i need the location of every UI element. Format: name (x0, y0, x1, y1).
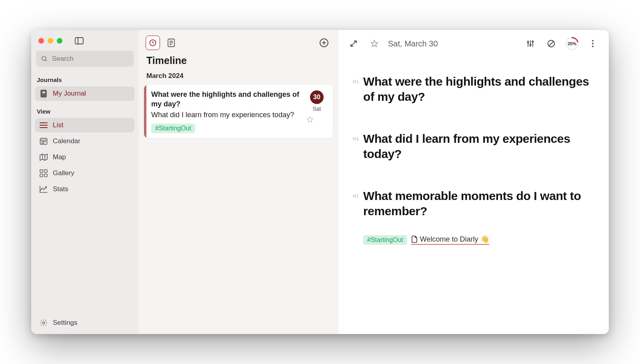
notes-view-button[interactable] (164, 36, 178, 50)
entry-meta: 30 Sat (306, 90, 327, 133)
sidebar-item-label: Gallery (53, 169, 74, 177)
heading-marker-icon: H1 (353, 136, 360, 142)
timeline-panel: Timeline March 2024 What were the highli… (138, 30, 338, 334)
entry-subtitle: What did I learn from my experiences tod… (151, 110, 306, 120)
favorite-button[interactable] (367, 36, 382, 51)
stats-icon (39, 186, 48, 193)
timeline-toolbar (138, 30, 338, 52)
sidebar-item-label: My Journal (53, 90, 86, 98)
svg-marker-38 (371, 40, 378, 47)
journals-section-label: Journals (31, 70, 138, 86)
svg-rect-23 (44, 174, 47, 177)
timeline-heading: Timeline (138, 52, 338, 68)
map-icon (39, 154, 48, 161)
prompt-heading-1: H1 What were the highlights and challeng… (353, 74, 597, 105)
toggle-sidebar-icon[interactable] (75, 37, 84, 44)
sidebar-item-label: List (53, 121, 63, 129)
document-icon (411, 236, 418, 243)
editor-panel: Sat, March 30 20% H1 What were the highl… (338, 30, 609, 334)
timeline-view-button[interactable] (146, 36, 160, 50)
svg-marker-35 (307, 117, 313, 122)
welcome-link[interactable]: Welcome to Diarly 👋 (411, 235, 489, 245)
editor-tag[interactable]: #StartingOut (363, 235, 407, 245)
svg-point-50 (592, 43, 594, 44)
journal-icon (39, 90, 48, 98)
minimize-window-button[interactable] (48, 38, 53, 44)
customize-button[interactable] (523, 36, 538, 51)
heading-marker-icon: H1 (353, 193, 360, 199)
svg-point-42 (528, 42, 529, 43)
search-input[interactable] (36, 51, 134, 67)
sidebar-item-map[interactable]: Map (35, 150, 134, 164)
welcome-link-label: Welcome to Diarly 👋 (420, 235, 489, 244)
sidebar-item-settings[interactable]: Settings (35, 316, 134, 330)
prompt-heading-2: H1 What did I learn from my experiences … (353, 131, 597, 162)
list-icon (39, 122, 48, 128)
timeline-entry[interactable]: What were the highlights and challenges … (144, 85, 333, 138)
svg-rect-5 (42, 92, 45, 93)
search-icon (41, 55, 48, 62)
sidebar-item-label: Stats (53, 185, 68, 193)
window-controls (31, 30, 138, 47)
editor-content[interactable]: H1 What were the highlights and challeng… (338, 52, 609, 245)
svg-point-51 (592, 46, 594, 47)
close-window-button[interactable] (38, 38, 44, 44)
expand-button[interactable] (346, 36, 361, 51)
progress-indicator[interactable]: 20% (565, 36, 579, 51)
svg-point-17 (43, 143, 44, 144)
svg-line-46 (549, 42, 554, 46)
entry-day-abbr: Sat (306, 106, 327, 112)
svg-rect-20 (40, 170, 43, 172)
svg-rect-22 (40, 174, 43, 177)
svg-rect-21 (44, 170, 47, 172)
svg-point-2 (42, 56, 46, 60)
progress-percent-label: 20% (565, 36, 579, 51)
gear-icon (39, 319, 48, 327)
sidebar-item-my-journal[interactable]: My Journal (35, 86, 134, 101)
svg-point-15 (45, 141, 46, 142)
sidebar: Journals My Journal View List Calendar M… (31, 30, 138, 334)
fullscreen-window-button[interactable] (57, 38, 62, 44)
editor-date-label[interactable]: Sat, March 30 (388, 39, 438, 48)
sidebar-item-label: Calendar (53, 137, 80, 145)
entry-date-badge: 30 (310, 90, 324, 104)
sidebar-item-label: Map (53, 153, 66, 161)
sidebar-item-label: Settings (53, 319, 77, 327)
svg-line-3 (45, 60, 47, 61)
sidebar-item-calendar[interactable]: Calendar (35, 134, 134, 148)
view-section-label: View (31, 102, 138, 117)
entry-title: What were the highlights and challenges … (151, 90, 306, 109)
prompt-heading-3: H1 What memorable moments do I want to r… (353, 188, 597, 219)
sidebar-item-list[interactable]: List (35, 118, 134, 132)
svg-point-26 (43, 322, 45, 324)
svg-point-16 (42, 143, 42, 144)
svg-rect-4 (41, 90, 46, 97)
app-window: Journals My Journal View List Calendar M… (31, 30, 609, 334)
editor-tag-row: #StartingOut Welcome to Diarly 👋 (363, 235, 597, 245)
more-menu-button[interactable] (586, 36, 600, 51)
svg-point-49 (592, 40, 594, 42)
svg-point-44 (532, 41, 533, 42)
favorite-star-icon[interactable] (306, 116, 327, 123)
calendar-icon (39, 137, 48, 145)
timeline-month-label: March 2024 (138, 68, 338, 83)
svg-point-43 (530, 44, 531, 46)
add-entry-button[interactable] (317, 36, 331, 50)
disable-button[interactable] (544, 36, 558, 51)
sidebar-item-stats[interactable]: Stats (35, 182, 134, 196)
svg-rect-0 (75, 38, 83, 44)
sidebar-item-gallery[interactable]: Gallery (35, 166, 134, 180)
editor-toolbar: Sat, March 30 20% (338, 30, 609, 52)
svg-point-13 (42, 141, 42, 142)
heading-marker-icon: H1 (353, 79, 360, 84)
entry-tag[interactable]: #StartingOut (151, 124, 195, 133)
svg-point-14 (43, 141, 44, 142)
gallery-icon (39, 169, 48, 177)
search-field[interactable] (52, 55, 129, 63)
